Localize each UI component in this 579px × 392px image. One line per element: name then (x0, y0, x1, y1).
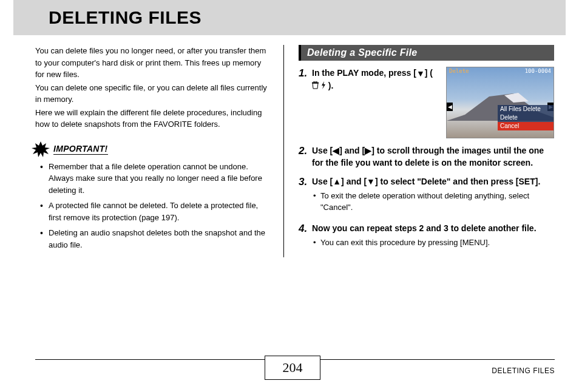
step-number: 4. (299, 222, 312, 251)
step-2: 2. Use [◀] and [▶] to scroll through the… (299, 144, 554, 169)
section-heading: Deleting a Specific File (299, 45, 554, 61)
ss-counter: 100-0004 (525, 68, 551, 75)
down-triangle-icon: ▼ (416, 67, 425, 79)
page-title: DELETING FILES (49, 7, 566, 28)
step-1-text: In the PLAY mode, press [▼] ( ). (312, 68, 433, 90)
ss-left-arrow-icon: ◀ (447, 103, 453, 111)
right-column: Deleting a Specific File 1. In the PLAY … (284, 45, 554, 257)
important-label: IMPORTANT! (53, 144, 108, 155)
step-number: 1. (299, 67, 312, 138)
intro-p3: Here we will explain the different file … (35, 107, 269, 130)
intro-text: You can delete files you no longer need,… (35, 45, 269, 130)
page-footer: 204 DELETING FILES (0, 353, 579, 386)
ss-menu: All Files Delete Delete Cancel (498, 105, 554, 130)
svg-marker-1 (322, 81, 325, 89)
important-heading: IMPORTANT! (32, 141, 269, 157)
important-list: Remember that a file delete operation ca… (35, 161, 269, 251)
left-column: You can delete files you no longer need,… (35, 45, 284, 257)
step-1: 1. In the PLAY mode, press [▼] ( ). Dele… (299, 67, 554, 138)
step-number: 2. (299, 144, 312, 169)
important-item: Remember that a file delete operation ca… (49, 161, 269, 197)
ss-mode-label: Delete (449, 68, 469, 75)
intro-p2: You can delete one specific file, or you… (35, 82, 269, 106)
footer-section-label: DELETING FILES (492, 367, 555, 375)
svg-marker-0 (32, 141, 50, 157)
ss-menu-item: Delete (498, 113, 554, 122)
step-number: 3. (299, 175, 312, 216)
step-3-sub: To exit the delete operation without del… (320, 190, 554, 214)
ss-menu-item-selected: Cancel (498, 122, 554, 130)
ss-menu-item: All Files Delete (498, 105, 554, 113)
page-header: DELETING FILES (13, 0, 566, 35)
camera-screenshot: Delete 100-0004 ◀ ▶ All Files Delete Del… (446, 67, 554, 138)
page-number: 204 (265, 356, 320, 380)
step-4-sub: You can exit this procedure by pressing … (320, 237, 554, 249)
important-item: A protected file cannot be deleted. To d… (49, 200, 269, 223)
content-area: You can delete files you no longer need,… (0, 35, 579, 257)
step-3-text: Use [▲] and [▼] to select "Delete" and t… (312, 175, 554, 188)
footer-rule-right (320, 359, 555, 360)
step-3: 3. Use [▲] and [▼] to select "Delete" an… (299, 175, 554, 216)
trash-icon (312, 81, 319, 89)
intro-p1: You can delete files you no longer need,… (35, 45, 269, 81)
step-4: 4. Now you can repeat steps 2 and 3 to d… (299, 222, 554, 251)
starburst-icon (32, 141, 50, 157)
footer-rule-left (35, 359, 265, 360)
step-4-text: Now you can repeat steps 2 and 3 to dele… (312, 222, 554, 234)
important-item: Deleting an audio snapshot deletes both … (49, 227, 269, 251)
flash-icon (321, 81, 326, 89)
step-2-text: Use [◀] and [▶] to scroll through the im… (312, 144, 554, 169)
